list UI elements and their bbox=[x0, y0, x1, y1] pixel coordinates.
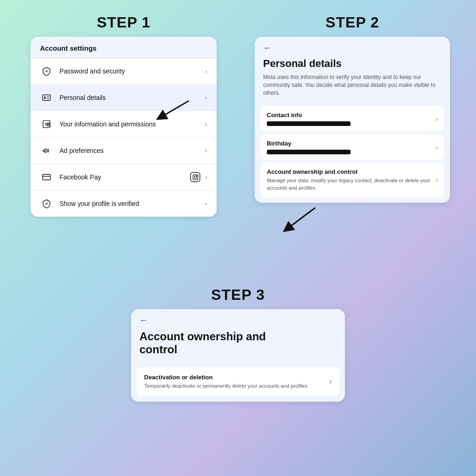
check-shield-icon bbox=[40, 197, 53, 210]
deactivation-chevron: › bbox=[329, 377, 332, 386]
svg-rect-4 bbox=[43, 174, 51, 180]
shield-icon bbox=[40, 65, 53, 78]
ownership-chevron: › bbox=[436, 176, 438, 184]
deactivation-text-block: Deactivation or deletion Temporarily dea… bbox=[144, 374, 307, 390]
svg-point-1 bbox=[44, 97, 46, 98]
svg-rect-0 bbox=[43, 95, 51, 100]
step2-arrow bbox=[259, 203, 324, 236]
menu-item-information[interactable]: Your information and permissions › bbox=[31, 111, 217, 138]
contact-redacted bbox=[267, 121, 350, 126]
deactivation-item[interactable]: Deactivation or deletion Temporarily dea… bbox=[137, 367, 339, 396]
step3-card: ← Account ownership andcontrol Deactivat… bbox=[131, 309, 345, 402]
svg-rect-5 bbox=[193, 175, 198, 180]
step2-label: STEP 2 bbox=[325, 14, 379, 31]
contact-info-title: Contact info bbox=[267, 112, 438, 119]
facebook-pay-text: Facebook Pay bbox=[60, 173, 190, 181]
chevron-icon-3: › bbox=[205, 120, 207, 128]
birthday-item[interactable]: Birthday › bbox=[260, 134, 444, 160]
personal-details-subtitle: Meta uses this information to verify you… bbox=[255, 73, 450, 103]
step1-label: STEP 1 bbox=[97, 14, 151, 31]
menu-item-verified[interactable]: Show your profile is verified › bbox=[31, 191, 217, 217]
contact-chevron: › bbox=[436, 115, 438, 123]
step3-label: STEP 3 bbox=[211, 286, 265, 304]
verified-profile-text: Show your profile is verified bbox=[60, 199, 203, 208]
instagram-icon bbox=[190, 172, 200, 182]
svg-point-6 bbox=[194, 176, 197, 178]
pay-extras: › bbox=[190, 172, 207, 182]
personal-details-title: Personal details bbox=[255, 56, 450, 73]
id-card-icon bbox=[40, 91, 53, 104]
back-button-step3[interactable]: ← bbox=[131, 309, 345, 328]
birthday-redacted bbox=[267, 150, 350, 154]
password-security-text: Password and security bbox=[60, 67, 203, 75]
deactivation-title: Deactivation or deletion bbox=[144, 374, 307, 381]
chevron-icon-2: › bbox=[205, 94, 207, 101]
account-settings-header: Account settings bbox=[31, 37, 217, 58]
info-lock-icon bbox=[40, 118, 53, 131]
ad-preferences-text: Ad preferences bbox=[60, 146, 203, 155]
birthday-chevron: › bbox=[436, 144, 438, 151]
account-ownership-desc: Manage your data, modify your legacy con… bbox=[267, 177, 438, 192]
credit-card-icon bbox=[40, 171, 53, 184]
contact-info-item[interactable]: Contact info › bbox=[260, 106, 444, 132]
account-ownership-title: Account ownership and control bbox=[267, 168, 438, 175]
menu-item-personal[interactable]: Personal details › bbox=[31, 85, 217, 111]
back-button-step2[interactable]: ← bbox=[255, 37, 450, 56]
svg-point-7 bbox=[197, 175, 197, 176]
svg-rect-3 bbox=[47, 124, 49, 126]
deactivation-desc: Temporarily deactivate or permanently de… bbox=[144, 383, 307, 390]
account-ownership-control-title: Account ownership andcontrol bbox=[131, 328, 345, 364]
personal-details-text: Personal details bbox=[60, 93, 203, 102]
megaphone-icon bbox=[40, 144, 53, 157]
chevron-icon: › bbox=[205, 67, 207, 75]
menu-item-facebook-pay[interactable]: Facebook Pay › bbox=[31, 164, 217, 191]
chevron-icon-6: › bbox=[205, 200, 207, 207]
menu-item-password[interactable]: Password and security › bbox=[31, 58, 217, 85]
birthday-title: Birthday bbox=[267, 140, 438, 147]
chevron-icon-5: › bbox=[205, 173, 207, 181]
account-ownership-item[interactable]: Account ownership and control Manage you… bbox=[260, 163, 444, 197]
step2-card: ← Personal details Meta uses this inform… bbox=[255, 37, 450, 203]
chevron-icon-4: › bbox=[205, 147, 207, 154]
information-permissions-text: Your information and permissions bbox=[60, 120, 203, 128]
step1-card: Account settings Password and security › bbox=[31, 37, 217, 217]
menu-item-ad-preferences[interactable]: Ad preferences › bbox=[31, 138, 217, 164]
